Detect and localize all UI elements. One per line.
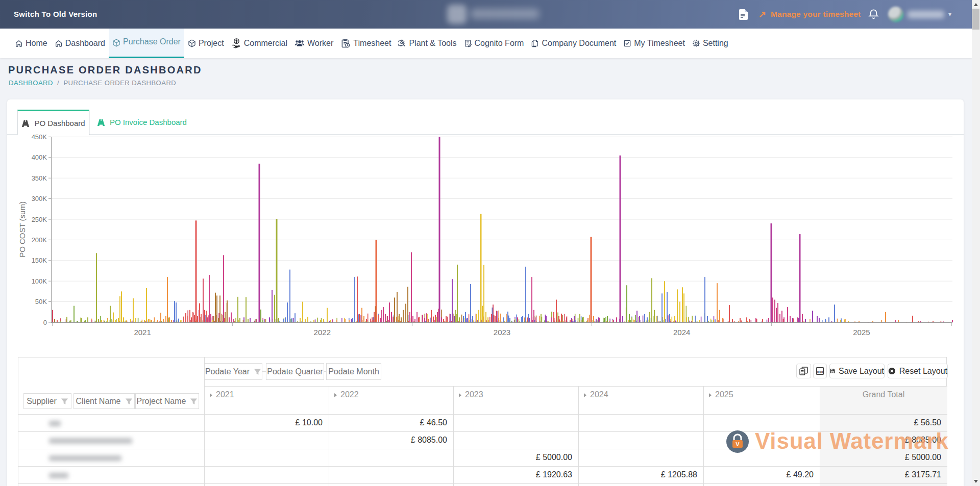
svg-text:V: V (736, 441, 740, 447)
svg-text:xlsx: xlsx (817, 370, 823, 373)
